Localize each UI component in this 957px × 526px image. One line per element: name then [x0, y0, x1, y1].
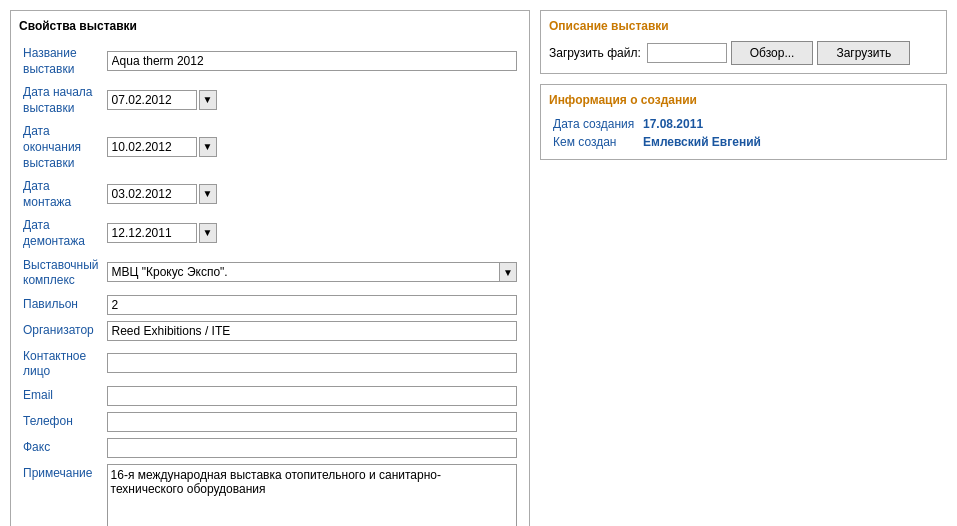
table-row: Кем создан Емлевский Евгений [549, 133, 938, 151]
table-row: Дата монтажа ▼ [19, 174, 521, 213]
left-panel: Свойства выставки Название выставки Дата… [10, 10, 530, 526]
demount-date-input-cell: ▼ [103, 213, 521, 252]
pavilion-label: Павильон [19, 292, 103, 318]
table-row: Примечание [19, 461, 521, 526]
chevron-down-icon: ▼ [203, 227, 213, 238]
end-date-input[interactable] [107, 137, 197, 157]
chevron-down-icon: ▼ [203, 188, 213, 199]
description-title: Описание выставки [549, 19, 938, 33]
info-section: Информация о создании Дата создания 17.0… [540, 84, 947, 160]
table-row: Название выставки [19, 41, 521, 80]
pavilion-input[interactable] [107, 295, 517, 315]
table-row: Email [19, 383, 521, 409]
contact-label: Контактное лицо [19, 344, 103, 383]
end-date-input-cell: ▼ [103, 119, 521, 174]
contact-input-cell [103, 344, 521, 383]
venue-input[interactable] [107, 262, 499, 282]
end-date-label: Дата окончания выставки [19, 119, 103, 174]
right-panel: Описание выставки Загрузить файл: Обзор.… [540, 10, 947, 526]
chevron-down-icon: ▼ [503, 267, 513, 278]
note-label: Примечание [19, 461, 103, 526]
fax-input[interactable] [107, 438, 517, 458]
description-section: Описание выставки Загрузить файл: Обзор.… [540, 10, 947, 74]
table-row: Дата окончания выставки ▼ [19, 119, 521, 174]
fax-input-cell [103, 435, 521, 461]
created-by-label: Кем создан [549, 133, 639, 151]
demount-date-dropdown-btn[interactable]: ▼ [199, 223, 217, 243]
file-upload-row: Загрузить файл: Обзор... Загрузить [549, 41, 938, 65]
phone-input[interactable] [107, 412, 517, 432]
panel-title: Свойства выставки [19, 19, 521, 33]
created-by-value: Емлевский Евгений [639, 133, 938, 151]
note-textarea[interactable] [107, 464, 517, 526]
upload-button[interactable]: Загрузить [817, 41, 910, 65]
pavilion-input-cell [103, 292, 521, 318]
table-row: Организатор [19, 318, 521, 344]
table-row: Дата создания 17.08.2011 [549, 115, 938, 133]
organizer-label: Организатор [19, 318, 103, 344]
organizer-input-cell [103, 318, 521, 344]
upload-file-label: Загрузить файл: [549, 46, 641, 60]
organizer-input[interactable] [107, 321, 517, 341]
name-label: Название выставки [19, 41, 103, 80]
contact-input[interactable] [107, 353, 517, 373]
phone-input-cell [103, 409, 521, 435]
demount-date-label: Дата демонтажа [19, 213, 103, 252]
mount-date-input-cell: ▼ [103, 174, 521, 213]
venue-dropdown-btn[interactable]: ▼ [499, 262, 517, 282]
chevron-down-icon: ▼ [203, 141, 213, 152]
start-date-dropdown-btn[interactable]: ▼ [199, 90, 217, 110]
mount-date-input[interactable] [107, 184, 197, 204]
info-title: Информация о создании [549, 93, 938, 107]
table-row: Контактное лицо [19, 344, 521, 383]
name-input[interactable] [107, 51, 517, 71]
note-input-cell [103, 461, 521, 526]
info-table: Дата создания 17.08.2011 Кем создан Емле… [549, 115, 938, 151]
table-row: Телефон [19, 409, 521, 435]
created-date-value: 17.08.2011 [639, 115, 938, 133]
table-row: Факс [19, 435, 521, 461]
start-date-input[interactable] [107, 90, 197, 110]
mount-date-dropdown-btn[interactable]: ▼ [199, 184, 217, 204]
file-path-input[interactable] [647, 43, 727, 63]
table-row: Дата демонтажа ▼ [19, 213, 521, 252]
table-row: Павильон [19, 292, 521, 318]
demount-date-input[interactable] [107, 223, 197, 243]
end-date-dropdown-btn[interactable]: ▼ [199, 137, 217, 157]
email-label: Email [19, 383, 103, 409]
email-input[interactable] [107, 386, 517, 406]
start-date-input-cell: ▼ [103, 80, 521, 119]
created-date-label: Дата создания [549, 115, 639, 133]
venue-input-cell: ▼ [103, 253, 521, 292]
fax-label: Факс [19, 435, 103, 461]
mount-date-label: Дата монтажа [19, 174, 103, 213]
phone-label: Телефон [19, 409, 103, 435]
start-date-label: Дата начала выставки [19, 80, 103, 119]
name-input-cell [103, 41, 521, 80]
table-row: Выставочный комплекс ▼ [19, 253, 521, 292]
browse-button[interactable]: Обзор... [731, 41, 814, 65]
form-table: Название выставки Дата начала выставки ▼ [19, 41, 521, 526]
email-input-cell [103, 383, 521, 409]
chevron-down-icon: ▼ [203, 94, 213, 105]
table-row: Дата начала выставки ▼ [19, 80, 521, 119]
venue-label: Выставочный комплекс [19, 253, 103, 292]
